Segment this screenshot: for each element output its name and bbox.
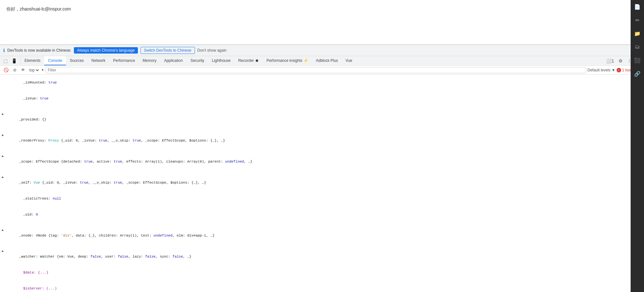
clear-console-button[interactable]: 🚫 — [2, 67, 10, 73]
page-content: 你好，zhaoshuai-lc@inspur.com — [0, 0, 644, 45]
file-icon[interactable]: 📄 — [631, 0, 644, 13]
console-output[interactable]: _isMounted: true _isVue: true ▶ _provide… — [0, 75, 644, 292]
tab-vue[interactable]: Vue — [342, 56, 356, 65]
tab-memory[interactable]: Memory — [139, 56, 160, 65]
notification-bar: ℹ DevTools is now available in Chinese: … — [0, 45, 644, 56]
right-ide-panel: 📄 ✏ 📁 🗂 ⬛ 🔗 — [631, 0, 644, 292]
match-language-button[interactable]: Always match Chrome's language — [74, 47, 138, 54]
console-line: _uid: 0 — [0, 207, 644, 223]
switch-language-button[interactable]: Switch DevTools to Chinese — [140, 47, 195, 54]
context-chevron: ▼ — [41, 68, 44, 72]
device-toolbar-button[interactable]: 📱 — [10, 57, 18, 64]
devtools-panel: ℹ DevTools is now available in Chinese: … — [0, 45, 644, 292]
console-line: $data: {...} — [0, 265, 644, 281]
tab-performance[interactable]: Performance — [109, 56, 139, 65]
devtools-tabs-bar: ⬚ 📱 Elements Console Sources Network Per… — [0, 56, 644, 66]
tab-recorder[interactable]: Recorder ⏺ — [234, 56, 263, 65]
console-line: ▶ _vnode: VNode {tag: 'div', data: {…}, … — [0, 223, 644, 244]
filter-input[interactable] — [46, 67, 586, 73]
context-select[interactable]: top — [28, 68, 40, 73]
tab-console[interactable]: Console — [44, 56, 66, 65]
project-icon[interactable]: 📁 — [631, 27, 644, 40]
console-line: ▶ _self: Vue {_uid: 0, _isVue: true, __v… — [0, 170, 644, 191]
settings-button[interactable]: ⚙ — [617, 57, 624, 64]
tab-network[interactable]: Network — [88, 56, 109, 65]
tab-lighthouse[interactable]: Lighthouse — [208, 56, 234, 65]
devtools-tabs-list: Elements Console Sources Network Perform… — [21, 56, 602, 65]
console-line: ▶ _scope: EffectScope {detached: true, a… — [0, 149, 644, 170]
dont-show-link[interactable]: Don't show again — [197, 48, 227, 53]
console-line: $isServer: (...) — [0, 281, 644, 292]
tab-adblock[interactable]: Adblock Plus — [312, 56, 342, 65]
autowire-icon[interactable]: 🔗 — [631, 67, 644, 80]
tab-application[interactable]: Application — [160, 56, 187, 65]
tab-sources[interactable]: Sources — [66, 56, 88, 65]
console-toolbar: 🚫 ⊘ 👁 top ▼ Default levels ▼ ⚠ 1 Issue: … — [0, 66, 644, 75]
inspect-element-button[interactable]: ⬚ — [2, 57, 9, 64]
tab-performance-insights[interactable]: Performance insights ⚡ — [263, 56, 312, 65]
console-line: ▶ _renderProxy: Proxy {_uid: 0, _isVue: … — [0, 128, 644, 149]
default-levels-dropdown[interactable]: Default levels ▼ — [588, 68, 615, 72]
console-line: ▶ _watcher: Watcher {vm: Vue, deep: fals… — [0, 244, 644, 265]
info-icon: ℹ — [3, 48, 5, 53]
greeting: 你好，zhaoshuai-lc@inspur.com — [6, 6, 71, 11]
project-tree-icon[interactable]: 🗂 — [631, 40, 644, 54]
devtools-left-icons: ⬚ 📱 — [0, 57, 21, 64]
console-line: _staticTrees: null — [0, 191, 644, 207]
extensions-icon[interactable]: ⬛ — [631, 54, 644, 67]
edit-icon[interactable]: ✏ — [631, 13, 644, 27]
console-badge-button[interactable]: ⬜1 — [605, 57, 616, 64]
console-line: ▶ _provided: {} — [0, 106, 644, 128]
notification-message: DevTools is now available in Chinese: — [7, 48, 71, 53]
eye-button[interactable]: 👁 — [19, 67, 27, 73]
tab-security[interactable]: Security — [187, 56, 208, 65]
tab-elements[interactable]: Elements — [21, 56, 44, 65]
console-line: _isVue: true — [0, 91, 644, 106]
console-line: _isMounted: true — [0, 75, 644, 91]
issue-count-icon: ⚠ — [617, 68, 621, 72]
filter-toggle-button[interactable]: ⊘ — [11, 67, 18, 73]
